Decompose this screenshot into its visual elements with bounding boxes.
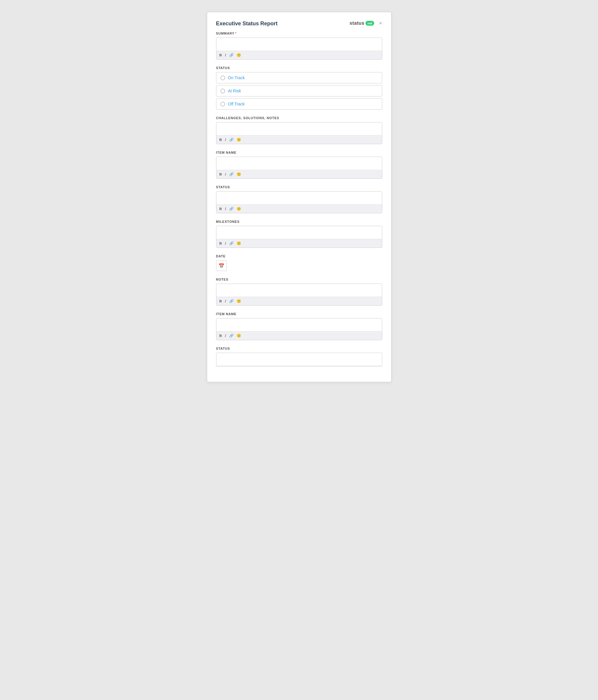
milestones-bold-button[interactable]: B: [219, 241, 222, 246]
status-off-track-label[interactable]: Off Track: [228, 102, 245, 106]
status-3-editor: [216, 353, 382, 366]
milestones-emoji-button[interactable]: [237, 241, 241, 246]
item-name-2-link-button[interactable]: [229, 333, 234, 338]
challenges-italic-button[interactable]: I: [225, 137, 226, 142]
status-label: STATUS: [216, 66, 382, 70]
executive-status-report-modal: Executive Status Report status net × SUM…: [207, 12, 391, 382]
item-name-2-italic-button[interactable]: I: [225, 333, 226, 338]
milestones-toolbar: B I: [216, 239, 382, 248]
challenges-toolbar: B I: [216, 135, 382, 144]
status-2-bold-button[interactable]: B: [219, 206, 222, 211]
status-on-track-radio[interactable]: [220, 76, 225, 80]
status-2-editor: B I: [216, 191, 382, 213]
milestones-content-area[interactable]: [216, 226, 382, 239]
status-at-risk-option[interactable]: At Risk: [216, 85, 382, 97]
item-name-1-label: ITEM NAME: [216, 151, 382, 154]
modal-header: Executive Status Report status net ×: [216, 21, 382, 27]
summary-toolbar: B I: [216, 51, 382, 59]
item-name-2-label: ITEM NAME: [216, 312, 382, 316]
challenges-emoji-button[interactable]: [237, 137, 241, 142]
date-section: DATE 📅: [216, 254, 382, 271]
status-2-content-area[interactable]: [216, 192, 382, 205]
brand-text: status: [349, 21, 364, 26]
challenges-content-area[interactable]: [216, 122, 382, 135]
close-button[interactable]: ×: [379, 21, 382, 26]
notes-bold-button[interactable]: B: [219, 299, 222, 303]
challenges-editor: B I: [216, 122, 382, 144]
status-2-section: STATUS B I: [216, 185, 382, 213]
notes-section: NOTES B I: [216, 278, 382, 306]
item-name-1-section: ITEM NAME B I: [216, 151, 382, 179]
status-2-link-button[interactable]: [229, 206, 234, 211]
status-off-track-radio[interactable]: [220, 102, 225, 106]
date-label: DATE: [216, 254, 382, 258]
modal-title-group: Executive Status Report: [216, 21, 278, 27]
summary-link-button[interactable]: [229, 53, 234, 57]
challenges-label: CHALLENGES, SOLUTIONS, NOTES: [216, 116, 382, 120]
item-name-2-emoji-button[interactable]: [237, 333, 241, 338]
challenges-link-button[interactable]: [229, 137, 234, 142]
summary-section: SUMMARY* B I: [216, 31, 382, 59]
notes-content-area[interactable]: [216, 284, 382, 297]
brand-badge: net: [366, 21, 374, 26]
milestones-label: MILESTONES: [216, 220, 382, 223]
challenges-section: CHALLENGES, SOLUTIONS, NOTES B I: [216, 116, 382, 144]
item-name-2-editor: B I: [216, 318, 382, 340]
summary-bold-button[interactable]: B: [219, 53, 222, 57]
milestones-editor: B I: [216, 226, 382, 248]
notes-italic-button[interactable]: I: [225, 299, 226, 303]
item-name-2-toolbar: B I: [216, 331, 382, 340]
summary-emoji-button[interactable]: [237, 53, 241, 57]
item-name-2-content-area[interactable]: [216, 319, 382, 331]
item-name-2-section: ITEM NAME B I: [216, 312, 382, 340]
item-name-1-toolbar: B I: [216, 170, 382, 178]
notes-editor: B I: [216, 283, 382, 306]
milestones-link-button[interactable]: [229, 241, 234, 246]
item-name-1-italic-button[interactable]: I: [225, 172, 226, 177]
status-2-label: STATUS: [216, 185, 382, 189]
item-name-1-bold-button[interactable]: B: [219, 172, 222, 177]
status-3-section: STATUS: [216, 347, 382, 366]
brand-logo: status net: [349, 21, 374, 26]
status-on-track-option[interactable]: On Track: [216, 72, 382, 83]
item-name-1-emoji-button[interactable]: [237, 172, 241, 177]
notes-toolbar: B I: [216, 297, 382, 305]
date-picker-button[interactable]: 📅: [216, 260, 227, 271]
item-name-2-bold-button[interactable]: B: [219, 333, 222, 338]
status-3-content-area[interactable]: [216, 353, 382, 366]
notes-link-button[interactable]: [229, 299, 234, 303]
calendar-icon: 📅: [218, 263, 225, 269]
header-right: status net ×: [349, 21, 382, 26]
status-off-track-option[interactable]: Off Track: [216, 98, 382, 109]
notes-emoji-button[interactable]: [237, 299, 241, 303]
milestones-italic-button[interactable]: I: [225, 241, 226, 246]
status-section: STATUS On Track At Risk Off Track: [216, 66, 382, 109]
required-indicator: *: [235, 31, 237, 35]
summary-editor: B I: [216, 38, 382, 59]
status-2-italic-button[interactable]: I: [225, 206, 226, 211]
challenges-bold-button[interactable]: B: [219, 137, 222, 142]
status-2-toolbar: B I: [216, 205, 382, 213]
summary-italic-button[interactable]: I: [225, 53, 226, 57]
notes-label: NOTES: [216, 278, 382, 281]
item-name-1-editor: B I: [216, 157, 382, 179]
item-name-1-link-button[interactable]: [229, 172, 234, 177]
modal-title: Executive Status Report: [216, 21, 278, 27]
status-at-risk-radio[interactable]: [220, 89, 225, 93]
summary-content-area[interactable]: [216, 38, 382, 51]
item-name-1-content-area[interactable]: [216, 157, 382, 170]
status-3-label: STATUS: [216, 347, 382, 350]
status-on-track-label[interactable]: On Track: [228, 75, 245, 80]
status-at-risk-label[interactable]: At Risk: [228, 89, 241, 93]
summary-label: SUMMARY*: [216, 31, 382, 35]
status-2-emoji-button[interactable]: [237, 206, 241, 211]
milestones-section: MILESTONES B I: [216, 220, 382, 248]
